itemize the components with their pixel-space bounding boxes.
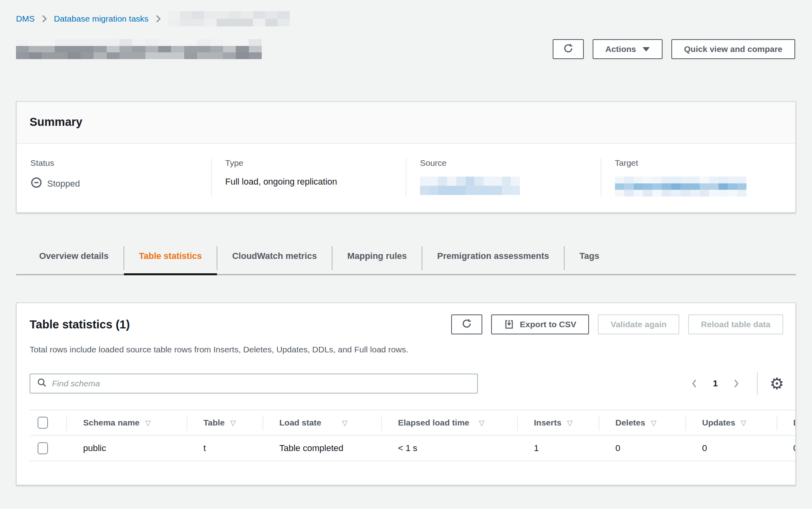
column-label: Deletes [615, 418, 645, 427]
filter-triangle-icon[interactable]: ▽ [342, 419, 348, 427]
previous-page-button[interactable] [687, 375, 702, 392]
validate-again-label: Validate again [611, 320, 667, 329]
column-header-elapsed-load-time[interactable]: Elapsed load time▽ [381, 410, 517, 435]
column-label: Updates [702, 418, 735, 427]
actions-button[interactable]: Actions [593, 39, 663, 59]
export-to-csv-label: Export to CSV [520, 320, 576, 329]
page-action-buttons: Actions Quick view and compare [553, 39, 795, 59]
cell-schema-name: public [66, 435, 187, 461]
select-all-checkbox[interactable] [38, 417, 48, 429]
column-header-schema-name[interactable]: Schema name▽ [66, 410, 187, 435]
table-statistics-header: Table statistics (1) Export to CSV Valid… [17, 303, 795, 334]
tab-premigration-assessments[interactable]: Premigration assessments [422, 239, 564, 274]
divider [757, 372, 758, 395]
type-value: Full load, ongoing replication [225, 177, 406, 187]
column-label: Schema name [83, 418, 139, 427]
summary-field-status: Status Stopped [17, 158, 211, 197]
reload-table-data-label: Reload table data [701, 320, 770, 329]
redacted-task-name-breadcrumb [168, 11, 290, 26]
column-label: Load state [279, 418, 321, 427]
filter-triangle-icon[interactable]: ▽ [145, 419, 151, 427]
validate-again-button[interactable]: Validate again [598, 314, 679, 334]
table-statistics-description: Total rows include loaded source table r… [17, 334, 795, 354]
filter-triangle-icon[interactable]: ▽ [567, 419, 573, 427]
summary-body: Status Stopped Type Full load, ongoing r… [17, 144, 795, 214]
tab-table-statistics[interactable]: Table statistics [124, 239, 217, 274]
filter-triangle-icon[interactable]: ▽ [651, 419, 657, 427]
target-label: Target [615, 158, 796, 168]
table-row: public t Table completed < 1 s 1 0 0 0 [30, 435, 796, 461]
filter-triangle-icon[interactable]: ▽ [741, 419, 746, 427]
search-icon [37, 378, 47, 390]
tab-cloudwatch-metrics[interactable]: CloudWatch metrics [217, 239, 332, 274]
cell-load-state: Table completed [263, 435, 381, 461]
table-header-row: Schema name▽ Table▽ Load state▽ Elapsed … [30, 410, 796, 435]
source-label: Source [420, 158, 601, 168]
refresh-button[interactable] [553, 39, 584, 59]
table-action-buttons: Export to CSV Validate again Reload tabl… [451, 314, 783, 334]
breadcrumb-link-dms[interactable]: DMS [16, 14, 35, 24]
status-value: Stopped [30, 177, 211, 191]
column-header-updates[interactable]: Updates▽ [685, 410, 776, 435]
summary-card: Summary Status Stopped Type Full load, o… [16, 101, 796, 213]
column-label: Elapsed load time [398, 418, 470, 427]
table-statistics-table-wrap: Schema name▽ Table▽ Load state▽ Elapsed … [17, 410, 796, 461]
breadcrumb-link-migration-tasks[interactable]: Database migration tasks [54, 14, 149, 24]
cell-elapsed-load-time: < 1 s [381, 435, 517, 461]
column-label: Table [203, 418, 225, 427]
summary-field-source: Source [406, 158, 601, 197]
quick-view-label: Quick view and compare [684, 44, 782, 54]
stopped-status-icon [30, 177, 42, 191]
redacted-target-endpoint [615, 177, 747, 197]
export-download-icon [504, 319, 514, 330]
row-checkbox[interactable] [38, 442, 48, 454]
refresh-icon [461, 318, 472, 331]
table-statistics-card: Table statistics (1) Export to CSV Valid… [16, 302, 796, 485]
breadcrumb: DMS Database migration tasks [16, 11, 290, 26]
cell-deletes: 0 [599, 435, 685, 461]
detail-tabs: Overview details Table statistics CloudW… [16, 239, 796, 275]
export-to-csv-button[interactable]: Export to CSV [491, 314, 589, 334]
cell-ddls: 0 [776, 435, 796, 461]
pagination: 1 ⚙ [687, 372, 784, 395]
schema-search-box [30, 374, 478, 394]
table-statistics-table: Schema name▽ Table▽ Load state▽ Elapsed … [30, 410, 796, 461]
chevron-right-icon [155, 14, 161, 24]
cell-inserts: 1 [517, 435, 599, 461]
chevron-right-icon [41, 14, 48, 24]
cell-table: t [187, 435, 263, 461]
column-header-deletes[interactable]: Deletes▽ [599, 410, 685, 435]
table-controls-row: 1 ⚙ [17, 354, 795, 395]
column-header-ddls[interactable]: Ddls [776, 410, 796, 435]
column-header-load-state[interactable]: Load state▽ [263, 410, 381, 435]
column-header-inserts[interactable]: Inserts▽ [517, 410, 599, 435]
page-header: Actions Quick view and compare [16, 39, 795, 59]
filter-triangle-icon[interactable]: ▽ [479, 419, 485, 427]
table-statistics-title: Table statistics (1) [30, 318, 130, 331]
summary-field-type: Type Full load, ongoing replication [211, 158, 406, 197]
settings-gear-icon[interactable]: ⚙ [770, 376, 784, 392]
filter-triangle-icon[interactable]: ▽ [230, 419, 236, 427]
page-number[interactable]: 1 [713, 378, 718, 389]
quick-view-and-compare-button[interactable]: Quick view and compare [671, 39, 795, 59]
tab-tags[interactable]: Tags [564, 239, 615, 274]
tab-overview-details[interactable]: Overview details [24, 239, 124, 274]
next-page-button[interactable] [729, 375, 743, 392]
redacted-source-endpoint [420, 177, 520, 195]
status-text: Stopped [47, 179, 80, 189]
table-refresh-button[interactable] [451, 314, 482, 334]
row-select-cell [30, 435, 66, 461]
refresh-icon [563, 43, 574, 56]
find-schema-input[interactable] [52, 379, 471, 388]
select-all-header [30, 410, 66, 435]
status-label: Status [30, 158, 211, 168]
summary-title: Summary [30, 115, 782, 129]
type-label: Type [225, 158, 406, 168]
redacted-page-title [16, 39, 262, 59]
tab-mapping-rules[interactable]: Mapping rules [332, 239, 422, 274]
actions-button-label: Actions [605, 44, 636, 54]
reload-table-data-button[interactable]: Reload table data [688, 314, 783, 334]
column-header-table[interactable]: Table▽ [187, 410, 263, 435]
cell-updates: 0 [685, 435, 776, 461]
summary-field-target: Target [601, 158, 796, 197]
